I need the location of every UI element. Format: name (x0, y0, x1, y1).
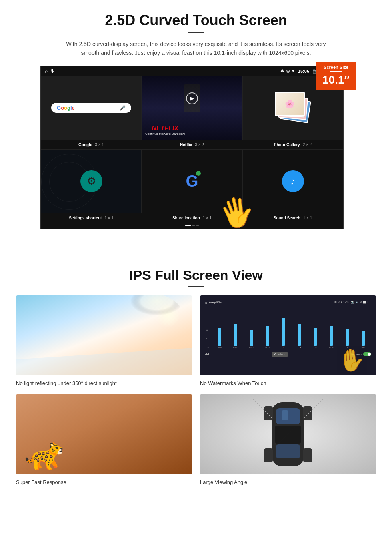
svg-line-12 (288, 398, 324, 434)
google-app-cell[interactable]: Google 🎤 (41, 76, 142, 140)
amp-header: ⌂ Amplifier ✱ ◎ ▾ 17:33 📷 🔊 ⊠ ⬜ ⟵ (205, 300, 371, 305)
netflix-label: Netflix 3 × 2 (142, 142, 242, 148)
amp-side-labels: 10 0 -10 (206, 329, 209, 349)
share-location-cell[interactable]: G 🖐 (142, 149, 242, 213)
amplifier-image: ⌂ Amplifier ✱ ◎ ▾ 17:33 📷 🔊 ⊠ ⬜ ⟵ 10 0 -… (200, 295, 376, 375)
feature-watermarks: ⌂ Amplifier ✱ ◎ ▾ 17:33 📷 🔊 ⊠ ⬜ ⟵ 10 0 -… (200, 295, 376, 386)
feature-sunlight: No light reflecting under 360° direct su… (16, 295, 192, 386)
mic-icon: 🎤 (120, 105, 126, 111)
svg-point-0 (95, 295, 183, 339)
dot-1 (185, 225, 191, 226)
google-label: Google 3 × 1 (41, 142, 142, 148)
section-curved-screen: 2.5D Curved Touch Screen With 2.5D curve… (0, 0, 392, 239)
angle-arrows-svg (244, 394, 332, 474)
sound-search-icon: ♪ (282, 170, 304, 192)
dot-2 (192, 225, 195, 226)
play-button[interactable]: ▶ (186, 92, 198, 104)
signal-icon: ▾ (292, 68, 294, 74)
screen-mockup-container: Screen Size 10.1″ ⌂ Ψ ✱ ◎ ▾ 15:06 📷 🔊 ⊠ … (40, 66, 352, 229)
viewing-angle-caption: Large Viewing Angle (200, 479, 376, 485)
g-badge (195, 170, 202, 177)
amp-bars: 60hz 100hz 200hz (212, 313, 370, 349)
badge-size: 10.1″ (320, 74, 352, 86)
app-labels-row2: Settings shortcut 1 × 1 Share location 1… (41, 213, 343, 223)
status-bar: ⌂ Ψ ✱ ◎ ▾ 15:06 📷 🔊 ⊠ ⬜ (41, 66, 343, 76)
app-grid-row1: Google 🎤 ▶ (41, 76, 343, 140)
custom-btn[interactable]: Custom (272, 352, 288, 357)
feature-grid: No light reflecting under 360° direct su… (16, 295, 376, 485)
section1-description: With 2.5D curved-display screen, this de… (66, 40, 326, 58)
svg-line-11 (252, 398, 288, 434)
app-grid-row2: ⚙ G 🖐 ♪ (41, 149, 343, 213)
netflix-logo-area: NETFLIX Continue Marvel's Daredevil (145, 125, 185, 136)
amp-home-icon: ⌂ (205, 300, 207, 305)
netflix-subtitle: Continue Marvel's Daredevil (145, 132, 185, 136)
status-time: 15:06 (298, 69, 309, 74)
google-logo: Google (57, 105, 75, 111)
sunlight-caption: No light reflecting under 360° direct su… (16, 380, 192, 386)
netflix-app-cell[interactable]: ▶ NETFLIX Continue Marvel's Daredevil (142, 76, 242, 140)
svg-marker-1 (16, 347, 192, 375)
google-search-bar[interactable]: Google 🎤 (51, 103, 131, 113)
photo-stack: 🌸 (273, 92, 313, 124)
section-ips-screen: IPS Full Screen View (0, 255, 392, 493)
cheetah-emoji: 🐆 (24, 435, 64, 472)
svg-line-13 (252, 434, 288, 470)
amp-title: Amplifier (209, 301, 223, 304)
flower-icon: 🌸 (285, 99, 295, 109)
watermarks-caption: No Watermarks When Touch (200, 380, 376, 386)
android-screen: ⌂ Ψ ✱ ◎ ▾ 15:06 📷 🔊 ⊠ ⬜ (40, 66, 344, 229)
cheetah-image: 🐆 (16, 394, 192, 474)
photo-main-card: 🌸 (275, 92, 305, 116)
svg-line-14 (288, 434, 324, 470)
feature-viewing-angle: Large Viewing Angle (200, 394, 376, 485)
feature-fast-response: 🐆 Super Fast Response (16, 394, 192, 485)
amp-status-icons: ✱ ◎ ▾ 17:33 📷 🔊 ⊠ ⬜ ⟵ (334, 301, 371, 304)
car-image (200, 394, 376, 474)
amp-bars-container: 10 0 -10 60hz 100hz (205, 306, 371, 350)
screen-size-badge: Screen Size 10.1″ (316, 62, 356, 90)
sound-label: Sound Search 1 × 1 (242, 215, 343, 221)
badge-line (330, 71, 342, 72)
settings-label: Settings shortcut 1 × 1 (41, 215, 142, 221)
sky-svg (16, 295, 192, 375)
toggle-thumb (368, 353, 371, 356)
netflix-brand: NETFLIX (145, 125, 185, 132)
fast-response-caption: Super Fast Response (16, 479, 192, 485)
photo-label: Photo Gallery 2 × 2 (242, 142, 343, 148)
pagination-dots (41, 223, 343, 229)
location-icon: ◎ (286, 68, 290, 74)
home-icon: ⌂ (45, 68, 48, 74)
usb-icon: Ψ (50, 68, 54, 74)
bluetooth-icon: ✱ (280, 68, 284, 74)
app-labels-row1: Google 3 × 1 Netflix 3 × 2 Photo Gallery… (41, 140, 343, 149)
section1-title: 2.5D Curved Touch Screen (24, 12, 368, 29)
sound-search-cell[interactable]: ♪ (242, 149, 343, 213)
section2-title: IPS Full Screen View (16, 267, 376, 283)
share-label: Share location 1 × 1 (142, 215, 242, 221)
settings-app-cell[interactable]: ⚙ (41, 149, 142, 213)
settings-icon: ⚙ (80, 170, 102, 192)
sunlight-image (16, 295, 192, 375)
touch-hand: ✋ (337, 346, 366, 374)
title-underline (188, 32, 204, 33)
badge-label: Screen Size (320, 65, 352, 70)
title-underline-2 (188, 286, 204, 287)
dot-3 (196, 225, 199, 226)
